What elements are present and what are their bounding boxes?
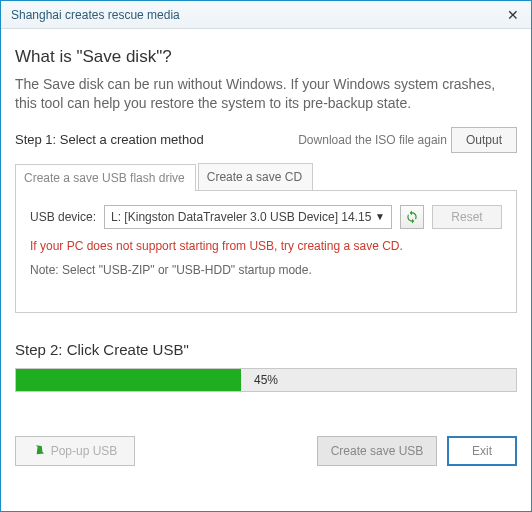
- usb-device-select[interactable]: L: [Kingston DataTraveler 3.0 USB Device…: [104, 205, 392, 229]
- download-iso-link[interactable]: Download the ISO file again: [298, 133, 447, 147]
- output-button[interactable]: Output: [451, 127, 517, 153]
- eject-icon: [33, 444, 47, 458]
- page-heading: What is "Save disk"?: [15, 47, 517, 67]
- step2-label: Step 2: Click Create USB": [15, 341, 517, 358]
- create-usb-button[interactable]: Create save USB: [317, 436, 437, 466]
- usb-tab-panel: USB device: L: [Kingston DataTraveler 3.…: [15, 191, 517, 313]
- refresh-button[interactable]: [400, 205, 424, 229]
- button-row: Pop-up USB Create save USB Exit: [15, 436, 517, 466]
- exit-button[interactable]: Exit: [447, 436, 517, 466]
- step1-row: Step 1: Select a creation method Downloa…: [15, 127, 517, 153]
- usb-warning-text: If your PC does not support starting fro…: [30, 239, 502, 253]
- reset-button[interactable]: Reset: [432, 205, 502, 229]
- refresh-icon: [405, 210, 419, 224]
- close-icon[interactable]: ✕: [501, 5, 525, 25]
- window-title: Shanghai creates rescue media: [11, 8, 501, 22]
- dialog-window: Shanghai creates rescue media ✕ What is …: [0, 0, 532, 512]
- step1-label: Step 1: Select a creation method: [15, 132, 298, 147]
- tab-usb[interactable]: Create a save USB flash drive: [15, 164, 196, 191]
- progress-percent: 45%: [254, 373, 278, 387]
- page-description: The Save disk can be run without Windows…: [15, 75, 517, 113]
- tabs: Create a save USB flash drive Create a s…: [15, 163, 517, 191]
- popup-usb-label: Pop-up USB: [51, 444, 118, 458]
- usb-note-text: Note: Select "USB-ZIP" or "USB-HDD" star…: [30, 263, 502, 277]
- titlebar: Shanghai creates rescue media ✕: [1, 1, 531, 29]
- progress-fill: [16, 369, 241, 391]
- device-row: USB device: L: [Kingston DataTraveler 3.…: [30, 205, 502, 229]
- usb-device-value: L: [Kingston DataTraveler 3.0 USB Device…: [111, 210, 371, 224]
- chevron-down-icon: ▼: [375, 211, 385, 222]
- content-area: What is "Save disk"? The Save disk can b…: [1, 29, 531, 511]
- progress-bar: 45%: [15, 368, 517, 392]
- tab-cd[interactable]: Create a save CD: [198, 163, 313, 190]
- usb-device-label: USB device:: [30, 210, 96, 224]
- popup-usb-button[interactable]: Pop-up USB: [15, 436, 135, 466]
